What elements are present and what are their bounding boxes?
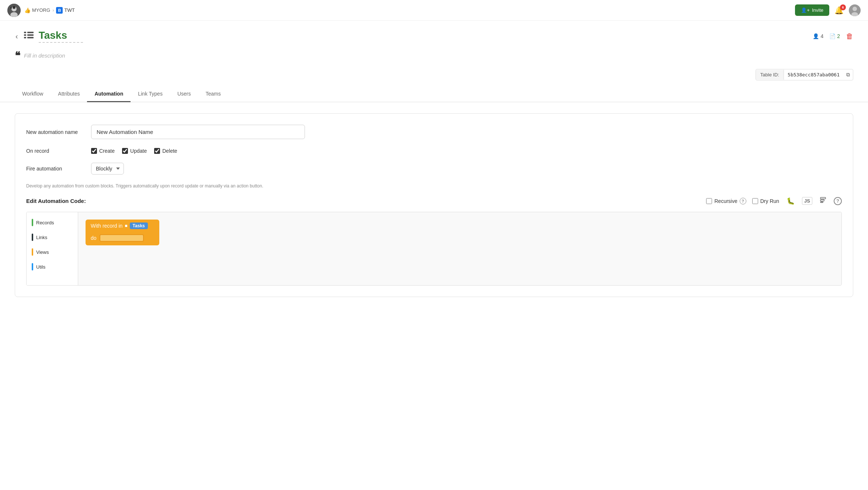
- records-label: Records: [36, 220, 54, 225]
- js-button[interactable]: JS: [802, 197, 812, 205]
- svg-rect-11: [27, 34, 34, 36]
- create-checkbox[interactable]: [91, 148, 97, 154]
- navbar: 👍 MYORG › B TWT 👤+ Invite 🔔 6: [0, 0, 868, 21]
- page-header-left: ‹ Tasks: [15, 30, 83, 43]
- blockly-canvas[interactable]: With record in ■ Tasks do: [78, 212, 841, 285]
- edit-code-title: Edit Automation Code:: [26, 198, 86, 204]
- dry-run-text: Dry Run: [760, 198, 779, 204]
- blockly-block[interactable]: With record in ■ Tasks do: [86, 220, 159, 245]
- format-button[interactable]: [818, 196, 828, 206]
- create-checkbox-item[interactable]: Create: [91, 148, 115, 154]
- table-id-value: 5b538ecc857aba0061: [784, 70, 843, 80]
- page-title: Tasks: [39, 30, 83, 41]
- delete-label: Delete: [162, 148, 177, 154]
- edit-code-actions: Recursive ? Dry Run 🐛 JS ?: [706, 196, 842, 206]
- edit-code-header: Edit Automation Code: Recursive ? Dry Ru…: [26, 196, 842, 206]
- update-checkbox-item[interactable]: Update: [122, 148, 147, 154]
- svg-rect-14: [820, 197, 826, 199]
- block-table-badge: Tasks: [130, 222, 148, 229]
- update-checkbox[interactable]: [122, 148, 128, 154]
- tab-teams[interactable]: Teams: [198, 86, 228, 102]
- views-label: Views: [36, 249, 49, 255]
- svg-point-3: [13, 6, 15, 9]
- svg-rect-4: [10, 7, 12, 9]
- members-action[interactable]: 👤 4: [813, 33, 823, 39]
- user-avatar[interactable]: [849, 4, 861, 16]
- checkbox-group: Create Update Delete: [91, 148, 177, 154]
- bug-button[interactable]: 🐛: [785, 196, 796, 206]
- sidebar-item-records[interactable]: Records: [27, 215, 78, 230]
- utils-label: Utils: [36, 264, 45, 270]
- block-do-label: do: [91, 235, 97, 241]
- delete-checkbox-item[interactable]: Delete: [154, 148, 177, 154]
- sidebar-item-links[interactable]: Links: [27, 230, 78, 245]
- name-label: New automation name: [26, 129, 85, 135]
- svg-rect-8: [24, 32, 26, 33]
- invite-icon: 👤+: [801, 7, 810, 13]
- recursive-help-icon[interactable]: ?: [740, 198, 746, 204]
- invite-button[interactable]: 👤+ Invite: [795, 4, 829, 16]
- files-count: 2: [837, 33, 840, 39]
- block-outer: With record in ■ Tasks: [86, 220, 159, 232]
- page-title-underline: [39, 42, 83, 43]
- fire-select[interactable]: Blockly: [91, 163, 124, 175]
- back-button[interactable]: ‹: [15, 31, 19, 41]
- navbar-right: 👤+ Invite 🔔 6: [795, 4, 861, 16]
- fire-label: Fire automation: [26, 166, 85, 172]
- dry-run-label[interactable]: Dry Run: [752, 198, 779, 204]
- utils-color-bar: [32, 263, 33, 270]
- blockly-area: Records Links Views Utils: [26, 212, 842, 286]
- update-label: Update: [130, 148, 147, 154]
- org-name: MYORG: [32, 7, 50, 13]
- breadcrumb-project[interactable]: B TWT: [56, 7, 74, 14]
- members-count: 4: [820, 33, 823, 39]
- create-label: Create: [99, 148, 115, 154]
- on-record-row: On record Create Update Delete: [26, 148, 842, 154]
- tab-users[interactable]: Users: [170, 86, 198, 102]
- table-id-box: Table ID: 5b538ecc857aba0061 ⧉: [756, 69, 853, 80]
- svg-rect-16: [820, 202, 823, 203]
- svg-rect-9: [27, 32, 34, 33]
- block-do-inner: [100, 234, 144, 242]
- notifications-button[interactable]: 🔔 6: [834, 6, 844, 15]
- delete-button[interactable]: 🗑: [846, 32, 853, 41]
- invite-label: Invite: [812, 7, 823, 13]
- thumbs-icon: 👍: [24, 7, 31, 13]
- help-button[interactable]: ?: [834, 197, 842, 205]
- tab-link-types[interactable]: Link Types: [131, 86, 170, 102]
- links-label: Links: [36, 235, 47, 240]
- automation-card: New automation name On record Create Upd…: [15, 113, 853, 297]
- user-avatar-nav[interactable]: [7, 4, 21, 17]
- description-field[interactable]: Fill in description: [24, 52, 65, 59]
- files-action[interactable]: 📄 2: [829, 33, 840, 39]
- block-prefix: With record in: [91, 223, 122, 229]
- members-icon: 👤: [813, 33, 819, 39]
- breadcrumb-org[interactable]: 👍 MYORG: [24, 7, 50, 13]
- page-header-right: 👤 4 📄 2 🗑: [813, 32, 853, 41]
- svg-point-6: [853, 7, 857, 11]
- tab-workflow[interactable]: Workflow: [15, 86, 51, 102]
- navbar-left: 👍 MYORG › B TWT: [7, 4, 75, 17]
- recursive-label[interactable]: Recursive ?: [706, 198, 746, 204]
- name-input[interactable]: [91, 125, 305, 139]
- tab-attributes[interactable]: Attributes: [51, 86, 87, 102]
- description-row: ❝ Fill in description: [0, 46, 868, 69]
- recursive-checkbox[interactable]: [706, 198, 712, 204]
- project-name: TWT: [64, 7, 74, 13]
- notification-badge: 6: [840, 4, 846, 10]
- table-id-row: Table ID: 5b538ecc857aba0061 ⧉: [0, 69, 868, 86]
- dry-run-checkbox[interactable]: [752, 198, 758, 204]
- tabs: Workflow Attributes Automation Link Type…: [0, 86, 868, 102]
- delete-checkbox[interactable]: [154, 148, 160, 154]
- hint-text: Develop any automation from custom block…: [26, 183, 842, 189]
- quote-icon: ❝: [15, 49, 20, 62]
- sidebar-item-utils[interactable]: Utils: [27, 259, 78, 274]
- recursive-text: Recursive: [714, 198, 737, 204]
- views-color-bar: [32, 248, 33, 256]
- block-bottom: do: [86, 232, 159, 245]
- tab-automation[interactable]: Automation: [87, 86, 131, 102]
- sidebar-item-views[interactable]: Views: [27, 245, 78, 259]
- copy-id-button[interactable]: ⧉: [843, 69, 853, 80]
- svg-rect-12: [24, 37, 26, 38]
- blockly-sidebar: Records Links Views Utils: [27, 212, 78, 285]
